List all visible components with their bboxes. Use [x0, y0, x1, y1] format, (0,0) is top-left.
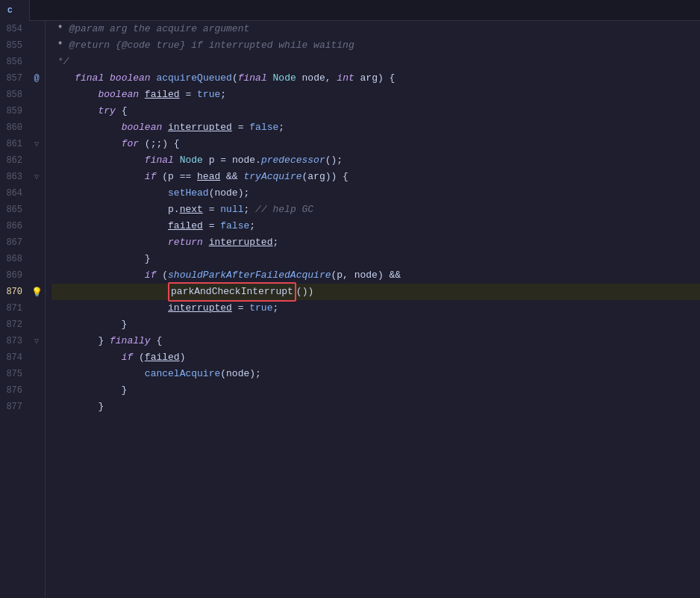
gutter-row: 864 [0, 185, 45, 202]
tab-bar: C [0, 0, 700, 21]
line-number: 874 [0, 352, 28, 363]
line-number: 864 [0, 188, 28, 199]
gutter-row: 875 [0, 366, 45, 382]
line-number: 868 [0, 254, 28, 264]
gutter-icons: @ [28, 73, 45, 84]
code-line: } [51, 399, 700, 415]
code-lines[interactable]: * @param arg the acquire argument * @ret… [46, 21, 700, 598]
line-number: 872 [0, 320, 28, 330]
gutter-row: 860 [0, 119, 45, 136]
gutter-row: 871 [0, 300, 45, 317]
code-line: } [51, 251, 700, 267]
editor-area: 854855856857@858859860861▽862863▽8648658… [0, 21, 700, 598]
line-number: 877 [0, 402, 28, 412]
gutter-row: 868 [0, 251, 45, 267]
fold-arrow-icon[interactable]: ▽ [34, 172, 39, 181]
file-type-icon: C [7, 6, 13, 15]
code-line: cancelAcquire(node); [51, 366, 700, 382]
gutter-row: 870💡 [0, 284, 45, 300]
line-number: 861 [0, 139, 28, 149]
code-line: final boolean acquireQueued(final Node n… [51, 70, 700, 87]
line-number: 870 [0, 287, 28, 297]
code-line: failed = false; [51, 218, 700, 234]
code-line: if (shouldParkAfterFailedAcquire(p, node… [51, 267, 700, 284]
gutter-row: 874 [0, 349, 45, 366]
gutter-row: 873▽ [0, 333, 45, 349]
gutter-row: 865 [0, 202, 45, 218]
gutter-row: 876 [0, 382, 45, 399]
fold-arrow-icon[interactable]: ▽ [34, 337, 39, 346]
code-container: 854855856857@858859860861▽862863▽8648658… [0, 21, 700, 598]
gutter-icons: ▽ [28, 172, 45, 181]
bookmark-icon: @ [34, 73, 39, 84]
code-line: * @return {@code true} if interrupted wh… [51, 37, 700, 54]
code-line: } finally { [51, 333, 700, 349]
line-number: 869 [0, 270, 28, 281]
line-number: 876 [0, 385, 28, 396]
code-line: boolean failed = true; [51, 87, 700, 103]
code-line: } [51, 317, 700, 333]
gutter-row: 855 [0, 37, 45, 54]
line-number: 873 [0, 336, 28, 346]
code-line: final Node p = node.predecessor(); [51, 152, 700, 169]
line-number: 867 [0, 237, 28, 248]
gutter-icons: ▽ [28, 140, 45, 149]
code-line: boolean interrupted = false; [51, 119, 700, 136]
gutter-row: 856 [0, 54, 45, 70]
gutter-row: 861▽ [0, 136, 45, 152]
gutter-row: 869 [0, 267, 45, 284]
code-line: p.next = null; // help GC [51, 202, 700, 218]
file-tab[interactable]: C [0, 0, 30, 21]
line-number: 859 [0, 106, 28, 116]
fold-arrow-icon[interactable]: ▽ [34, 140, 39, 149]
code-line: return interrupted; [51, 234, 700, 251]
code-line: interrupted = true; [51, 300, 700, 317]
code-line: */ [51, 54, 700, 70]
code-line: * @param arg the acquire argument [51, 21, 700, 37]
code-line: setHead(node); [51, 185, 700, 202]
gutter-row: 872 [0, 317, 45, 333]
gutter-row: 858 [0, 87, 45, 103]
line-number: 875 [0, 369, 28, 379]
line-number: 854 [0, 24, 28, 34]
code-line: if (failed) [51, 349, 700, 366]
gutter-row: 877 [0, 399, 45, 415]
code-line: for (;;) { [51, 136, 700, 152]
gutter-icons: 💡 [28, 287, 45, 298]
line-number: 866 [0, 221, 28, 231]
highlighted-method: parkAndCheckInterrupt [168, 282, 296, 302]
gutter-row: 867 [0, 234, 45, 251]
code-line: } [51, 382, 700, 399]
line-number: 871 [0, 303, 28, 314]
gutter-row: 857@ [0, 70, 45, 87]
gutter-icons: ▽ [28, 337, 45, 346]
line-number: 855 [0, 40, 28, 51]
line-number: 860 [0, 122, 28, 133]
code-line: parkAndCheckInterrupt()) [51, 284, 700, 300]
gutter-row: 862 [0, 152, 45, 169]
line-number: 858 [0, 90, 28, 100]
gutter-row: 863▽ [0, 169, 45, 185]
line-number: 865 [0, 205, 28, 215]
code-line: try { [51, 103, 700, 119]
gutter-row: 866 [0, 218, 45, 234]
gutter-row: 854 [0, 21, 45, 37]
line-number: 857 [0, 73, 28, 84]
line-number: 862 [0, 155, 28, 166]
gutter-row: 859 [0, 103, 45, 119]
bulb-icon[interactable]: 💡 [31, 287, 43, 298]
code-line: if (p == head && tryAcquire(arg)) { [51, 169, 700, 185]
line-number: 856 [0, 57, 28, 67]
gutter: 854855856857@858859860861▽862863▽8648658… [0, 21, 46, 598]
line-number: 863 [0, 172, 28, 182]
